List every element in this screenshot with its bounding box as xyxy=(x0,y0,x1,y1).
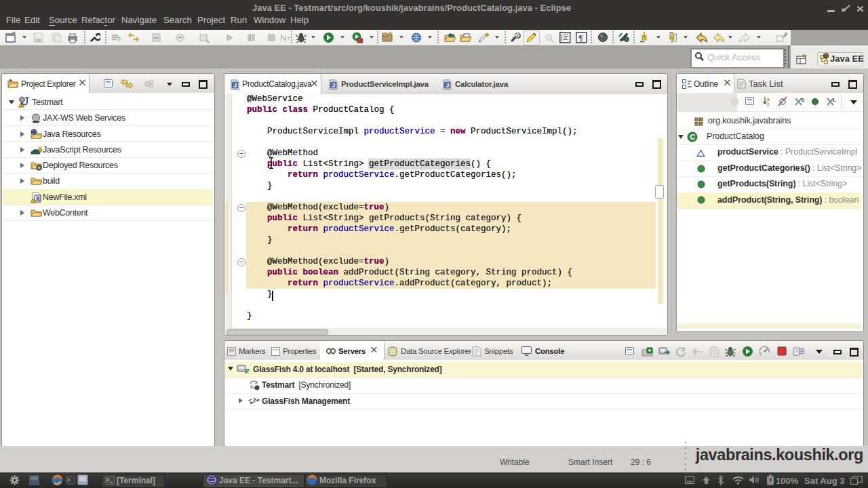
svg-text:G: G xyxy=(517,33,521,39)
svg-text:z: z xyxy=(767,102,770,106)
svg-text:L: L xyxy=(833,97,836,103)
svg-text:a: a xyxy=(767,97,770,102)
svg-text:J: J xyxy=(332,82,336,89)
svg-text:S: S xyxy=(801,97,804,103)
svg-text:J: J xyxy=(234,82,237,89)
svg-text:C: C xyxy=(690,133,696,141)
svg-text:J: J xyxy=(446,82,450,89)
svg-text:!: ! xyxy=(20,102,22,107)
svg-text:¶: ¶ xyxy=(578,33,583,43)
svg-text:X: X xyxy=(36,195,40,202)
